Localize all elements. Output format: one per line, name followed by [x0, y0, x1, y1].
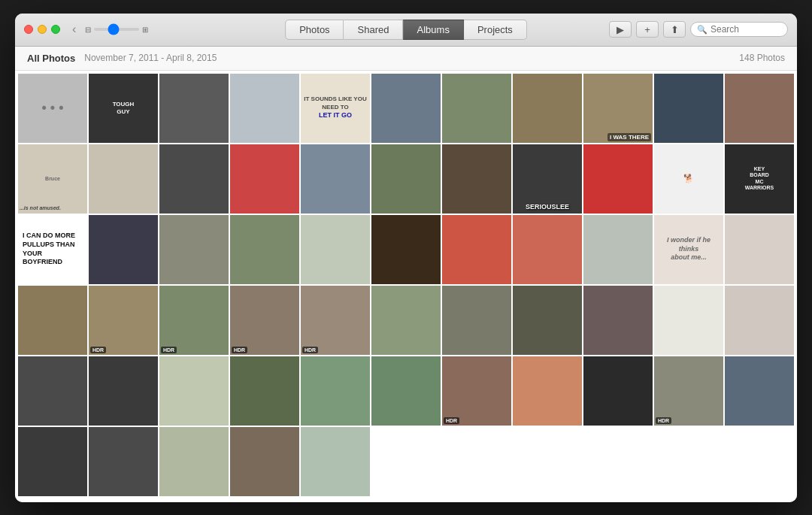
right-toolbar: ▶ + ⬆ 🔍 — [609, 21, 788, 38]
all-photos-label: All Photos — [27, 53, 75, 64]
list-item[interactable]: HDR — [442, 356, 511, 426]
hdr-badge: HDR — [302, 347, 318, 353]
hdr-badge: HDR — [232, 347, 247, 353]
list-item[interactable]: SERIOUSLEE — [513, 144, 582, 214]
list-item[interactable] — [583, 356, 653, 426]
tab-albums[interactable]: Albums — [404, 20, 464, 40]
list-item[interactable] — [18, 286, 87, 355]
main-window: ‹ ⊟ ⊞ Photos Shared Albums Projects ▶ + … — [15, 14, 797, 502]
close-button[interactable] — [24, 25, 33, 34]
slider-min-icon: ⊟ — [85, 26, 91, 34]
slider-max-icon: ⊞ — [142, 26, 148, 34]
list-item[interactable] — [230, 215, 299, 284]
list-item[interactable] — [725, 356, 794, 426]
list-item[interactable] — [583, 144, 653, 214]
list-item[interactable] — [89, 215, 158, 284]
list-item[interactable] — [159, 427, 229, 496]
list-item[interactable]: I WAS THERE — [583, 74, 653, 143]
list-item[interactable] — [301, 144, 370, 214]
list-item[interactable] — [159, 215, 229, 284]
list-item[interactable]: • • • — [18, 74, 87, 143]
list-item[interactable]: TOUGHGUY — [89, 74, 158, 143]
list-item[interactable] — [159, 356, 229, 426]
search-icon: 🔍 — [697, 25, 707, 35]
list-item[interactable] — [371, 144, 441, 214]
list-item[interactable] — [654, 74, 723, 143]
subtitle-bar: All Photos November 7, 2011 - April 8, 2… — [15, 47, 797, 71]
list-item[interactable] — [230, 144, 299, 214]
list-item[interactable] — [513, 356, 582, 426]
list-item[interactable] — [18, 427, 87, 496]
nav-tabs: Photos Shared Albums Projects — [285, 20, 527, 40]
list-item[interactable] — [89, 356, 158, 426]
list-item[interactable] — [513, 74, 582, 143]
list-item[interactable] — [725, 215, 794, 284]
list-item[interactable] — [18, 356, 87, 426]
photos-container[interactable]: • • • TOUGHGUY IT SOUNDS LIKE YOU — [15, 71, 797, 502]
maximize-button[interactable] — [51, 25, 60, 34]
list-item[interactable]: I wonder if he thinksabout me... — [654, 215, 723, 284]
list-item[interactable] — [371, 356, 441, 426]
hdr-badge: HDR — [161, 347, 177, 353]
list-item[interactable] — [442, 144, 511, 214]
list-item[interactable] — [159, 74, 229, 143]
list-item[interactable]: 🐕 — [654, 144, 723, 214]
list-item[interactable]: HDR — [301, 286, 370, 355]
list-item[interactable] — [442, 286, 511, 355]
titlebar: ‹ ⊟ ⊞ Photos Shared Albums Projects ▶ + … — [15, 14, 797, 47]
play-button[interactable]: ▶ — [609, 21, 632, 38]
hdr-badge: HDR — [656, 417, 671, 424]
list-item[interactable]: HDR — [159, 286, 229, 355]
minimize-button[interactable] — [38, 25, 47, 34]
hdr-badge: HDR — [444, 417, 459, 424]
list-item[interactable] — [442, 74, 511, 143]
list-item[interactable]: HDR — [89, 286, 158, 355]
date-range: November 7, 2011 - April 8, 2015 — [84, 53, 217, 63]
list-item[interactable] — [513, 215, 582, 284]
list-item[interactable] — [230, 356, 299, 426]
zoom-slider[interactable] — [94, 28, 139, 31]
search-box[interactable]: 🔍 — [690, 22, 788, 37]
list-item[interactable] — [301, 427, 370, 496]
list-item[interactable] — [513, 286, 582, 355]
list-item[interactable] — [371, 74, 441, 143]
share-button[interactable]: ⬆ — [663, 21, 686, 38]
list-item[interactable] — [654, 286, 723, 355]
list-item[interactable] — [159, 144, 229, 214]
hdr-badge: HDR — [90, 347, 106, 353]
list-item[interactable]: I CAN DO MORE PULLUPS THAN YOUR BOYFRIEN… — [18, 215, 87, 284]
list-item[interactable] — [725, 74, 794, 143]
add-button[interactable]: + — [636, 21, 659, 38]
list-item[interactable]: IT SOUNDS LIKE YOU NEED TO LET IT GO — [301, 74, 370, 143]
list-item[interactable]: HDR — [230, 286, 299, 355]
list-item[interactable] — [301, 356, 370, 426]
list-item[interactable] — [725, 286, 794, 355]
list-item[interactable] — [230, 427, 299, 496]
back-button[interactable]: ‹ — [72, 23, 76, 35]
list-item[interactable] — [442, 215, 511, 284]
list-item[interactable] — [301, 215, 370, 284]
tab-photos[interactable]: Photos — [285, 20, 344, 40]
list-item[interactable] — [583, 286, 653, 355]
list-item[interactable]: HDR — [654, 356, 723, 426]
photos-grid: • • • TOUGHGUY IT SOUNDS LIKE YOU — [18, 74, 794, 496]
tab-projects[interactable]: Projects — [464, 20, 527, 40]
list-item[interactable] — [371, 286, 441, 355]
list-item[interactable] — [230, 74, 299, 143]
list-item[interactable] — [583, 215, 653, 284]
zoom-slider-container: ⊟ ⊞ — [85, 26, 148, 34]
list-item[interactable] — [371, 215, 441, 284]
tab-shared[interactable]: Shared — [344, 20, 404, 40]
list-item[interactable]: Bruce ...is not amused. — [18, 144, 87, 214]
search-input[interactable] — [710, 24, 781, 35]
list-item[interactable] — [89, 144, 158, 214]
photo-count: 148 Photos — [739, 53, 785, 63]
list-item[interactable]: KEYBOARDMCWARRIORS — [725, 144, 794, 214]
list-item[interactable] — [89, 427, 158, 496]
traffic-lights — [24, 25, 60, 34]
